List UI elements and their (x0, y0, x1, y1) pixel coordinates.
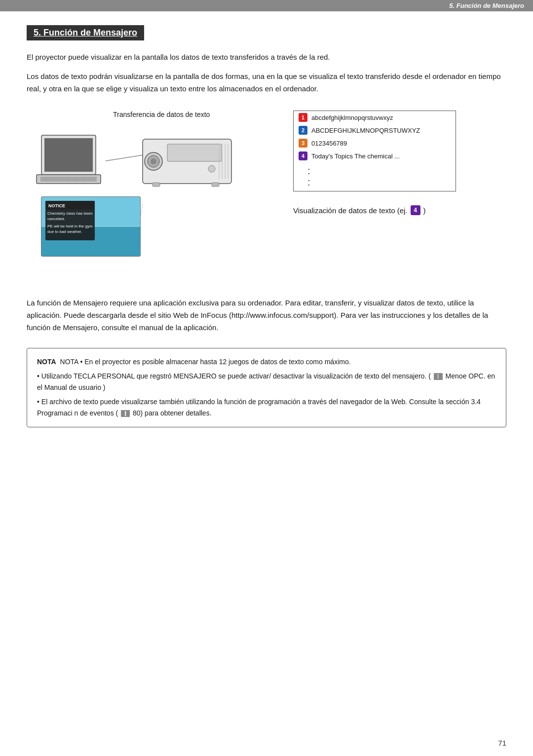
text-list-panel: 1 abcdefghijklmnopqrstuvwxyz 2 ABCDEFGHI… (293, 111, 456, 191)
list-item-2-text: ABCDEFGHIJKLMNOPQRSTUWXYZ (311, 127, 420, 134)
badge-1: 1 (299, 113, 307, 122)
badge-4: 4 (299, 151, 307, 160)
svg-rect-25 (152, 183, 160, 187)
viz-num-badge: 4 (411, 205, 420, 215)
diagram-area: Transferencia de datos de texto (27, 106, 506, 283)
main-content: 5. Función de Mensajero El proyector pue… (0, 11, 533, 457)
note-line-1: NOTA NOTA • En el proyector es posible a… (37, 356, 496, 368)
badge-3: 3 (299, 139, 307, 148)
book-icon-2 (121, 410, 130, 417)
page-number: 71 (498, 739, 506, 747)
svg-text:PE will be held in the gym: PE will be held in the gym (47, 224, 93, 228)
svg-text:NOTICE: NOTICE (48, 203, 65, 208)
list-item-2: 2 ABCDEFGHIJKLMNOPQRSTUWXYZ (294, 124, 456, 137)
list-item-1-text: abcdefghijklmnopqrstuvwxyz (311, 114, 393, 121)
note-line-3: • El archivo de texto puede visualizarse… (37, 396, 496, 419)
header-bar: 5. Función de Mensajero (0, 0, 533, 11)
list-item-3-text: 0123456789 (311, 140, 347, 147)
body-paragraph-2: La función de Mensajero requiere una apl… (27, 297, 506, 334)
viz-label-pre: Visualización de datos de texto (ej. (293, 206, 408, 215)
viz-label: Visualización de datos de texto (ej. 4 ) (293, 205, 461, 215)
svg-text:Chemistry class has been: Chemistry class has been (47, 211, 93, 216)
diagram-svg: NOTICE Chemistry class has been cancelle… (27, 106, 273, 264)
list-item-1: 1 abcdefghijklmnopqrstuvwxyz (294, 111, 456, 124)
svg-rect-26 (212, 183, 219, 187)
intro-paragraph-2: Los datos de texto podrán visualizarse e… (27, 71, 506, 95)
svg-point-18 (151, 158, 156, 164)
svg-point-24 (208, 165, 215, 172)
list-item-4: 4 Today's Topics The chemical ... (294, 150, 456, 162)
list-item-3: 3 0123456789 (294, 137, 456, 150)
svg-rect-1 (44, 138, 93, 172)
diagram-right: 1 abcdefghijklmnopqrstuvwxyz 2 ABCDEFGHI… (283, 106, 461, 215)
badge-2: 2 (299, 126, 307, 135)
dots-area: :: (294, 162, 456, 191)
diagram-left: Transferencia de datos de texto (27, 106, 283, 283)
intro-paragraph-1: El proyector puede visualizar en la pant… (27, 51, 506, 64)
book-icon-1 (434, 373, 443, 380)
note-line-2: • Utilizando TECLA PERSONAL que regstró … (37, 371, 496, 393)
transfer-label: Transferencia de datos de texto (113, 111, 210, 118)
list-item-4-text: Today's Topics The chemical ... (311, 152, 400, 160)
note-box: NOTA NOTA • En el proyector es posible a… (27, 348, 506, 427)
viz-label-post: ) (423, 206, 426, 215)
svg-text:cancelled.: cancelled. (47, 217, 65, 221)
header-text: 5. Función de Mensajero (449, 2, 524, 9)
svg-rect-19 (167, 144, 222, 161)
section-title: 5. Función de Mensajero (27, 25, 144, 40)
svg-text:due to bad weather.: due to bad weather. (47, 229, 82, 234)
